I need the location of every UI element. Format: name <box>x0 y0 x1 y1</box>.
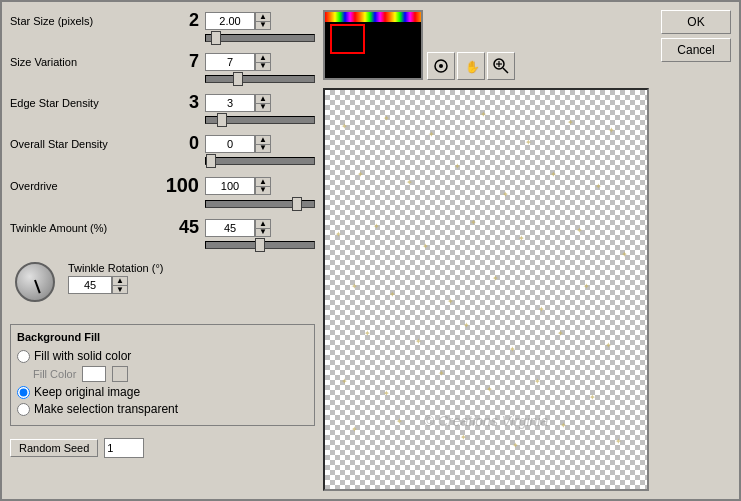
overall-density-value: 0 <box>140 133 205 154</box>
dialog: Star Size (pixels) 2 ▲ ▼ Size <box>0 0 741 501</box>
star-22: ✦ <box>389 290 396 299</box>
star-35: ✦ <box>438 369 445 378</box>
fill-solid-row: Fill with solid color <box>17 349 308 363</box>
buttons-panel: OK Cancel <box>661 10 731 491</box>
edge-density-input[interactable] <box>205 94 255 112</box>
star-15: ✦ <box>373 222 380 231</box>
svg-line-4 <box>503 68 508 73</box>
star-26: ✦ <box>583 282 590 291</box>
star-4: ✦ <box>480 110 487 119</box>
gradient-bar <box>325 12 421 22</box>
twinkle-rotation-input[interactable] <box>68 276 112 294</box>
star-40: ✦ <box>396 417 403 426</box>
star-18: ✦ <box>518 234 525 243</box>
background-fill-title: Background Fill <box>17 331 308 343</box>
twinkle-amount-label: Twinkle Amount (%) <box>10 222 140 234</box>
star-size-down[interactable]: ▼ <box>255 21 271 30</box>
make-transparent-label: Make selection transparent <box>34 402 178 416</box>
twinkle-rotation-up[interactable]: ▲ <box>112 276 128 285</box>
fill-color-swatch-dark[interactable] <box>112 366 128 382</box>
size-variation-down[interactable]: ▼ <box>255 62 271 71</box>
fill-solid-label: Fill with solid color <box>34 349 131 363</box>
star-43: ✦ <box>560 421 567 430</box>
size-variation-label: Size Variation <box>10 56 140 68</box>
size-variation-spinners: ▲ ▼ <box>255 53 271 71</box>
twinkle-knob-container <box>10 262 60 312</box>
knob-marker <box>34 280 41 294</box>
edge-density-down[interactable]: ▼ <box>255 103 271 112</box>
star-12: ✦ <box>550 170 557 179</box>
star-13: ✦ <box>595 182 602 191</box>
overall-density-input[interactable] <box>205 135 255 153</box>
twinkle-rotation-label: Twinkle Rotation (°) <box>68 262 164 274</box>
overall-density-slider[interactable] <box>205 157 315 165</box>
hand-icon: ✋ <box>463 58 479 74</box>
edge-density-spinners: ▲ ▼ <box>255 94 271 112</box>
star-34: ✦ <box>383 389 390 398</box>
star-31: ✦ <box>557 329 564 338</box>
watermark: © Creations Virginia <box>424 413 548 429</box>
star-25: ✦ <box>538 305 545 314</box>
star-42: ✦ <box>512 441 519 450</box>
mini-preview <box>323 10 423 80</box>
overdrive-slider[interactable] <box>205 200 315 208</box>
make-transparent-row: Make selection transparent <box>17 402 308 416</box>
overdrive-slider-row <box>10 197 315 211</box>
star-size-value: 2 <box>140 10 205 31</box>
overdrive-input[interactable] <box>205 177 255 195</box>
fill-color-label: Fill Color <box>33 368 76 380</box>
twinkle-amount-input[interactable] <box>205 219 255 237</box>
star-21: ✦ <box>351 282 358 291</box>
overall-density-slider-row <box>10 154 315 168</box>
overdrive-spinners: ▲ ▼ <box>255 177 271 195</box>
star-44: ✦ <box>615 437 622 446</box>
size-variation-slider[interactable] <box>205 75 315 83</box>
fill-solid-radio[interactable] <box>17 350 30 363</box>
fill-color-swatch-white[interactable] <box>82 366 106 382</box>
star-14: ✦ <box>335 230 342 239</box>
star-size-slider-row <box>10 31 315 45</box>
random-seed-row: Random Seed <box>10 438 315 458</box>
twinkle-amount-slider-row <box>10 238 315 252</box>
twinkle-amount-slider[interactable] <box>205 241 315 249</box>
star-28: ✦ <box>415 337 422 346</box>
twinkle-amount-down[interactable]: ▼ <box>255 228 271 237</box>
make-transparent-radio[interactable] <box>17 403 30 416</box>
twinkle-rotation-section: Twinkle Rotation (°) ▲ ▼ <box>10 262 315 312</box>
svg-point-1 <box>439 64 443 68</box>
cancel-button[interactable]: Cancel <box>661 38 731 62</box>
twinkle-rotation-down[interactable]: ▼ <box>112 285 128 294</box>
overdrive-down[interactable]: ▼ <box>255 186 271 195</box>
overall-density-down[interactable]: ▼ <box>255 144 271 153</box>
tool-buttons: ✋ <box>427 10 515 80</box>
seed-input[interactable] <box>104 438 144 458</box>
overall-density-row: Overall Star Density 0 ▲ ▼ <box>10 133 315 168</box>
star-38: ✦ <box>589 393 596 402</box>
keep-original-label: Keep original image <box>34 385 140 399</box>
star-size-input[interactable] <box>205 12 255 30</box>
keep-original-radio[interactable] <box>17 386 30 399</box>
right-panel: ✋ ✦ ✦ <box>323 10 649 491</box>
pointer-tool-button[interactable] <box>427 52 455 80</box>
size-variation-input[interactable] <box>205 53 255 71</box>
twinkle-rotation-knob[interactable] <box>15 262 55 302</box>
hand-tool-button[interactable]: ✋ <box>457 52 485 80</box>
overdrive-value: 100 <box>140 174 205 197</box>
edge-density-slider[interactable] <box>205 116 315 124</box>
star-10: ✦ <box>454 162 461 171</box>
size-variation-value: 7 <box>140 51 205 72</box>
star-33: ✦ <box>341 377 348 386</box>
edge-density-label: Edge Star Density <box>10 97 140 109</box>
zoom-tool-button[interactable] <box>487 52 515 80</box>
background-fill-section: Background Fill Fill with solid color Fi… <box>10 324 315 426</box>
star-size-slider[interactable] <box>205 34 315 42</box>
star-29: ✦ <box>463 321 470 330</box>
overdrive-label: Overdrive <box>10 180 140 192</box>
star-1: ✦ <box>341 122 348 131</box>
star-size-spinners: ▲ ▼ <box>255 12 271 30</box>
top-preview-row: ✋ <box>323 10 649 80</box>
star-5: ✦ <box>525 138 532 147</box>
ok-button[interactable]: OK <box>661 10 731 34</box>
random-seed-button[interactable]: Random Seed <box>10 439 98 457</box>
size-variation-slider-row <box>10 72 315 86</box>
